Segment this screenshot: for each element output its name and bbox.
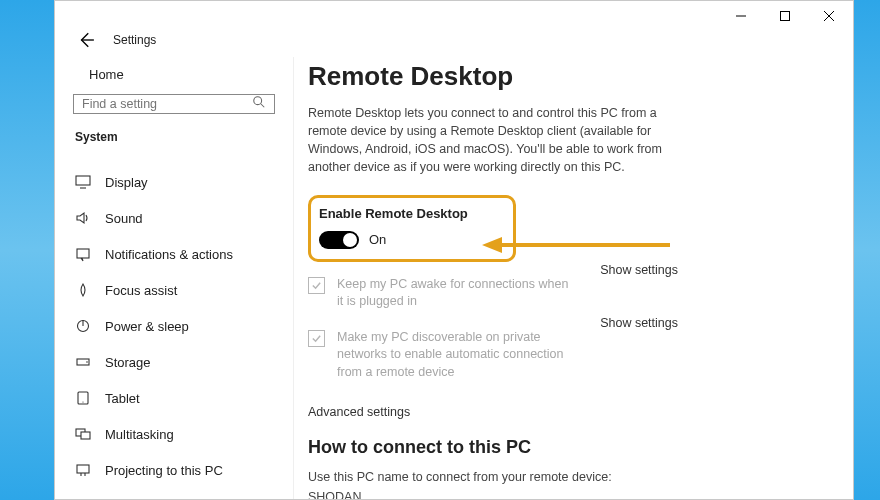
- maximize-button[interactable]: [763, 2, 807, 30]
- enable-remote-desktop-toggle[interactable]: [319, 231, 359, 249]
- close-icon: [824, 11, 834, 21]
- nav-item-tablet[interactable]: Tablet: [73, 380, 275, 416]
- minimize-button[interactable]: [719, 2, 763, 30]
- nav-label: Focus assist: [105, 283, 177, 298]
- tablet-icon: [75, 390, 91, 406]
- page-title: Remote Desktop: [308, 57, 829, 104]
- page-description: Remote Desktop lets you connect to and c…: [308, 104, 678, 195]
- option-row: Make my PC discoverable on private netwo…: [308, 315, 678, 386]
- app-title: Settings: [113, 33, 156, 47]
- option-text: Make my PC discoverable on private netwo…: [337, 329, 570, 382]
- option-text: Keep my PC awake for connections when it…: [337, 276, 570, 311]
- checkbox-keep-awake[interactable]: [308, 277, 325, 294]
- home-label: Home: [89, 67, 124, 82]
- window-body: Home System Display Sound: [55, 57, 853, 499]
- nav-label: Display: [105, 175, 148, 190]
- power-icon: [75, 318, 91, 334]
- nav-label: Projecting to this PC: [105, 463, 223, 478]
- show-settings-link[interactable]: Show settings: [600, 262, 678, 277]
- multitasking-icon: [75, 426, 91, 442]
- back-arrow-icon: [77, 31, 95, 49]
- nav-item-power-sleep[interactable]: Power & sleep: [73, 308, 275, 344]
- nav-item-storage[interactable]: Storage: [73, 344, 275, 380]
- nav-label: Notifications & actions: [105, 247, 233, 262]
- highlight-box: Enable Remote Desktop On: [308, 195, 516, 262]
- nav-item-projecting[interactable]: Projecting to this PC: [73, 452, 275, 488]
- home-link[interactable]: Home: [73, 61, 275, 94]
- svg-rect-17: [81, 432, 90, 439]
- check-icon: [311, 280, 322, 291]
- sidebar: Home System Display Sound: [55, 57, 293, 499]
- nav-label: Sound: [105, 211, 143, 226]
- nav-label: Multitasking: [105, 427, 174, 442]
- back-button[interactable]: [77, 31, 95, 49]
- minimize-icon: [736, 11, 746, 21]
- svg-rect-7: [76, 176, 90, 185]
- check-icon: [311, 333, 322, 344]
- nav-item-multitasking[interactable]: Multitasking: [73, 416, 275, 452]
- checkbox-discoverable[interactable]: [308, 330, 325, 347]
- svg-line-6: [261, 104, 265, 108]
- svg-point-15: [82, 401, 83, 402]
- nav-item-display[interactable]: Display: [73, 164, 275, 200]
- connect-instruction: Use this PC name to connect from your re…: [308, 470, 829, 490]
- display-icon: [75, 174, 91, 190]
- nav-label: Storage: [105, 355, 151, 370]
- maximize-icon: [780, 11, 790, 21]
- titlebar: [55, 1, 853, 31]
- main-content: Remote Desktop Remote Desktop lets you c…: [293, 57, 853, 499]
- nav-label: Power & sleep: [105, 319, 189, 334]
- option-keep-awake: Keep my PC awake for connections when it…: [308, 262, 570, 315]
- nav-item-focus-assist[interactable]: Focus assist: [73, 272, 275, 308]
- toggle-row: On: [319, 231, 468, 249]
- toggle-state: On: [369, 232, 386, 247]
- close-button[interactable]: [807, 2, 851, 30]
- option-row: Keep my PC awake for connections when it…: [308, 262, 678, 315]
- nav-item-sound[interactable]: Sound: [73, 200, 275, 236]
- search-icon: [252, 95, 266, 113]
- header-bar: Settings: [55, 31, 853, 57]
- section-heading: System: [73, 126, 275, 158]
- nav-label: Shared experiences: [105, 499, 221, 500]
- nav-label: Tablet: [105, 391, 140, 406]
- advanced-settings-link[interactable]: Advanced settings: [308, 385, 410, 437]
- pc-name: SHODAN: [308, 490, 829, 499]
- svg-point-13: [86, 361, 88, 363]
- how-to-connect-heading: How to connect to this PC: [308, 437, 829, 470]
- enable-remote-desktop-label: Enable Remote Desktop: [319, 206, 468, 231]
- svg-rect-1: [781, 12, 790, 21]
- projecting-icon: [75, 462, 91, 478]
- svg-rect-9: [77, 249, 89, 258]
- nav-item-shared-experiences[interactable]: Shared experiences: [73, 488, 275, 499]
- storage-icon: [75, 354, 91, 370]
- svg-point-5: [254, 97, 262, 105]
- settings-window: Settings Home System Display: [54, 0, 854, 500]
- nav-item-notifications[interactable]: Notifications & actions: [73, 236, 275, 272]
- show-settings-link[interactable]: Show settings: [600, 315, 678, 330]
- nav-list: Display Sound Notifications & actions Fo…: [73, 164, 275, 499]
- svg-rect-18: [77, 465, 89, 473]
- search-input[interactable]: [82, 97, 252, 111]
- search-box[interactable]: [73, 94, 275, 114]
- notifications-icon: [75, 246, 91, 262]
- sound-icon: [75, 210, 91, 226]
- focus-assist-icon: [75, 282, 91, 298]
- shared-icon: [75, 498, 91, 499]
- option-discoverable: Make my PC discoverable on private netwo…: [308, 315, 570, 386]
